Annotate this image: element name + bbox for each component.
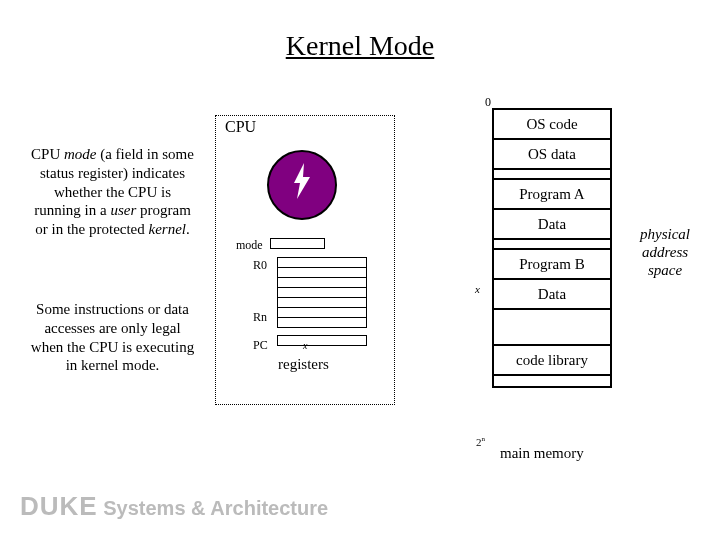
memory-program-a: Program A (494, 180, 610, 210)
memory-address-zero: 0 (485, 95, 491, 110)
description-cpu-mode: CPU mode (a field in some status registe… (30, 145, 195, 239)
footer-department: Systems & Architecture (98, 497, 328, 519)
register-stack (277, 258, 367, 346)
register-row (277, 317, 367, 328)
memory-gap (494, 170, 610, 180)
memory-gap (494, 240, 610, 250)
memory-os-data: OS data (494, 140, 610, 170)
cpu-circle (267, 150, 337, 220)
memory-address-x: x (475, 283, 480, 295)
main-memory-label: main memory (500, 445, 584, 462)
physical-address-space-label: physical address space (625, 225, 705, 279)
cpu-label: CPU (225, 118, 256, 136)
register-pc-label: PC (253, 338, 268, 353)
memory-program-b: Program B (494, 250, 610, 280)
description-kernel-instructions: Some instructions or data accesses are o… (30, 300, 195, 375)
registers-label: registers (278, 356, 329, 373)
slide-title: Kernel Mode (0, 30, 720, 62)
memory-stack: OS code OS data Program A Data Program B… (492, 108, 612, 388)
footer-logo: DUKE Systems & Architecture (20, 491, 328, 522)
register-pc-row (277, 335, 367, 346)
memory-os-code: OS code (494, 110, 610, 140)
mode-label: mode (236, 238, 263, 253)
memory-gap (494, 376, 610, 386)
memory-address-2n: 2n (476, 435, 485, 448)
memory-data-b: Data (494, 280, 610, 310)
lightning-bolt-icon (289, 163, 315, 207)
register-r0-label: R0 (253, 258, 267, 273)
memory-code-library: code library (494, 346, 610, 376)
memory-gap (494, 310, 610, 346)
mode-register-box (270, 238, 325, 249)
duke-logo-text: DUKE (20, 491, 98, 521)
register-rn-label: Rn (253, 310, 267, 325)
memory-data-a: Data (494, 210, 610, 240)
